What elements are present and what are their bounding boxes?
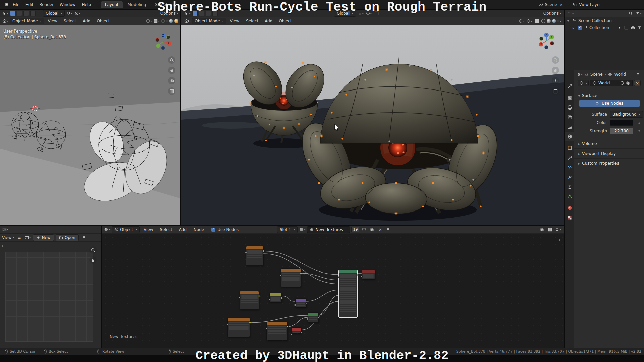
zoom-button[interactable]: [168, 56, 175, 64]
fake-user-shield-icon[interactable]: [620, 81, 624, 85]
editor-type-icon-viewport[interactable]: [184, 18, 191, 24]
shader-node[interactable]: [246, 246, 263, 266]
disclosure-triangle[interactable]: [567, 18, 571, 23]
select-mode-box[interactable]: [17, 11, 22, 16]
tab-texture[interactable]: [565, 213, 574, 223]
zoom-button[interactable]: [89, 246, 97, 254]
navigation-gizmo[interactable]: Z Y X: [537, 32, 556, 50]
transform-pivot-icon[interactable]: [373, 10, 380, 16]
shading-rendered-button[interactable]: [174, 19, 178, 23]
snap-magnet-icon[interactable]: [555, 227, 561, 233]
shading-solid-active[interactable]: [166, 20, 168, 22]
left-viewport-canvas[interactable]: User Perspective (5) Collection | Sphere…: [0, 25, 180, 225]
editor-type-icon-outliner[interactable]: [567, 10, 574, 16]
navigation-gizmo[interactable]: Z X: [154, 32, 172, 51]
active-tool-icon[interactable]: [184, 10, 191, 16]
menu-select[interactable]: Select: [157, 227, 175, 233]
animate-dot-button[interactable]: [638, 122, 640, 124]
shader-node[interactable]: [240, 291, 259, 310]
snap-magnet-icon[interactable]: [66, 10, 73, 16]
strength-value-field[interactable]: 22.700: [610, 128, 633, 134]
tool-options-dropdown[interactable]: Options: [543, 11, 561, 16]
shading-material-button[interactable]: [552, 19, 556, 23]
select-mode-tweak[interactable]: [192, 11, 198, 16]
camera-view-button[interactable]: [552, 77, 559, 84]
fake-user-shield-icon[interactable]: [361, 227, 367, 233]
shader-type-dropdown[interactable]: Object: [112, 226, 140, 233]
copy-material-icon[interactable]: [369, 227, 375, 233]
panel-header-viewport-display[interactable]: Viewport Display: [574, 150, 644, 157]
select-mode-lasso[interactable]: [30, 11, 36, 16]
menu-object[interactable]: Object: [94, 18, 112, 24]
shading-wireframe-button[interactable]: [161, 19, 165, 23]
overlays-toggle-icon[interactable]: [526, 18, 533, 24]
shading-dropdown[interactable]: [560, 19, 561, 23]
editor-type-icon-image[interactable]: [2, 227, 9, 233]
tab-output[interactable]: [565, 103, 574, 112]
panel-header-custom-properties[interactable]: Custom Properties: [574, 160, 644, 167]
pan-button[interactable]: [168, 67, 175, 74]
disclosure-triangle[interactable]: [573, 25, 576, 30]
tab-scene[interactable]: [565, 122, 574, 132]
shading-solid-button[interactable]: [547, 19, 551, 23]
show-gizmo-icon[interactable]: [518, 18, 525, 24]
region-collapse-arrow[interactable]: [1, 243, 3, 248]
filter-icon[interactable]: [635, 10, 642, 16]
world-name-field[interactable]: World: [590, 80, 633, 86]
shader-node[interactable]: [292, 327, 301, 333]
pin-icon[interactable]: [385, 227, 391, 233]
menu-object[interactable]: Object: [276, 18, 294, 24]
select-mode-circle[interactable]: [206, 11, 211, 16]
transform-orientation-dropdown[interactable]: Global: [334, 10, 356, 17]
menu-icon[interactable]: [16, 235, 23, 241]
material-name-field[interactable]: New_Textures: [307, 226, 350, 233]
use-nodes-toggle[interactable]: Use Nodes: [211, 227, 239, 232]
unlink-material-button[interactable]: [377, 227, 383, 233]
material-browse-dropdown[interactable]: [299, 227, 306, 233]
editor-type-icon-properties[interactable]: [577, 71, 582, 77]
pin-icon[interactable]: [80, 235, 87, 241]
tab-object[interactable]: [565, 143, 574, 153]
tab-material[interactable]: [565, 203, 574, 213]
view-menu[interactable]: View: [2, 235, 14, 240]
tab-world[interactable]: [565, 132, 574, 141]
menu-select[interactable]: Select: [243, 18, 261, 24]
node-canvas[interactable]: New_Textures: [102, 234, 564, 348]
breadcrumb-world[interactable]: World: [614, 72, 626, 77]
shader-node[interactable]: [269, 293, 282, 302]
snap-magnet-icon[interactable]: [357, 10, 364, 16]
disable-render-icon[interactable]: [630, 25, 635, 31]
transform-orientation-dropdown[interactable]: Global: [43, 10, 65, 17]
mode-dropdown[interactable]: Object Mode: [192, 18, 226, 24]
workspace-tab-layout[interactable]: Layout: [101, 1, 123, 8]
menu-edit[interactable]: Edit: [23, 2, 36, 8]
tab-object-data[interactable]: [565, 192, 574, 201]
shader-node[interactable]: [308, 312, 319, 323]
select-mode-lasso[interactable]: [212, 11, 218, 16]
menu-view[interactable]: View: [141, 227, 156, 233]
menu-window[interactable]: Window: [57, 2, 78, 8]
shading-material-button[interactable]: [169, 19, 173, 23]
outliner-row-collection[interactable]: Collection: [565, 24, 644, 31]
select-mode-circle[interactable]: [23, 11, 29, 16]
shader-node[interactable]: [295, 298, 306, 307]
panel-header-volume[interactable]: Volume: [574, 140, 644, 147]
view-layer-selector[interactable]: View Layer: [573, 2, 601, 7]
use-nodes-checkbox[interactable]: [211, 228, 215, 232]
tab-constraints[interactable]: [565, 182, 574, 192]
open-image-button[interactable]: Open: [56, 234, 79, 241]
restrict-select-icon[interactable]: [617, 25, 622, 31]
outliner-row-scene-collection[interactable]: Scene Collection: [565, 17, 644, 24]
tab-particles[interactable]: [565, 163, 574, 172]
pan-button[interactable]: [89, 256, 97, 264]
animate-dot-button[interactable]: [638, 130, 640, 132]
shading-wireframe-button[interactable]: [541, 19, 545, 23]
menu-render[interactable]: Render: [37, 2, 56, 8]
editor-type-icon-shader[interactable]: [104, 227, 110, 233]
perspective-toggle-button[interactable]: [552, 87, 559, 95]
tab-modifiers[interactable]: [565, 153, 574, 163]
pin-icon[interactable]: [635, 71, 641, 77]
tab-tool[interactable]: [565, 81, 574, 91]
select-mode-tweak[interactable]: [10, 11, 15, 16]
panel-header-surface[interactable]: Surface: [574, 93, 644, 99]
